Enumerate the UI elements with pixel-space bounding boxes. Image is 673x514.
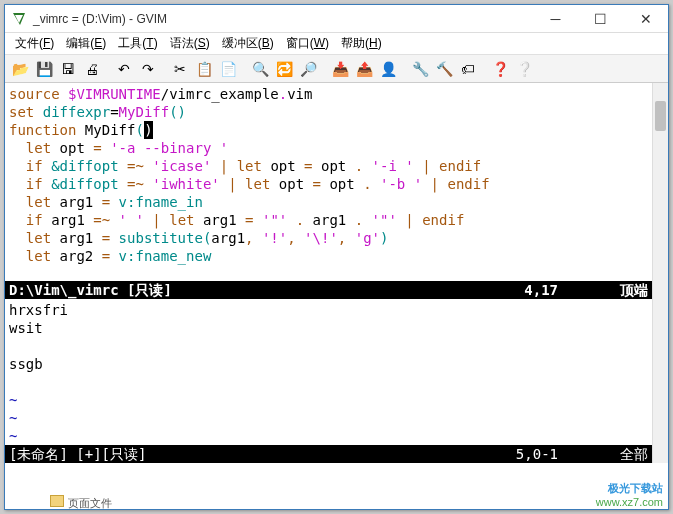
scrollbar[interactable] bbox=[652, 83, 668, 463]
saveall-icon[interactable]: 🖫 bbox=[57, 58, 79, 80]
tags-icon[interactable]: 🏷 bbox=[457, 58, 479, 80]
findnext-icon[interactable]: 🔎 bbox=[297, 58, 319, 80]
findhelp-icon[interactable]: ❔ bbox=[513, 58, 535, 80]
code-pane[interactable]: source $VIMRUNTIME/vimrc_example.vimset … bbox=[5, 83, 652, 281]
toolbar: 📂💾🖫🖨↶↷✂📋📄🔍🔁🔎📥📤👤🔧🔨🏷❓❔ bbox=[5, 55, 668, 83]
maximize-button[interactable]: ☐ bbox=[578, 5, 623, 33]
help-icon[interactable]: ❓ bbox=[489, 58, 511, 80]
shell-icon[interactable]: 🔧 bbox=[409, 58, 431, 80]
menu-w[interactable]: 窗口(W) bbox=[280, 33, 335, 54]
scrollbar-thumb[interactable] bbox=[655, 101, 666, 131]
menubar: 文件(F)编辑(E)工具(T)语法(S)缓冲区(B)窗口(W)帮助(H) bbox=[5, 33, 668, 55]
session-icon[interactable]: 📤 bbox=[353, 58, 375, 80]
watermark: 极光下载站 www.xz7.com bbox=[596, 481, 663, 508]
undo-icon[interactable]: ↶ bbox=[113, 58, 135, 80]
status-file: [未命名] [+][只读] bbox=[9, 445, 478, 463]
status-percent: 全部 bbox=[598, 445, 648, 463]
redo-icon[interactable]: ↷ bbox=[137, 58, 159, 80]
menu-h[interactable]: 帮助(H) bbox=[335, 33, 388, 54]
status-bar-bottom: [未命名] [+][只读] 5,0-1 全部 bbox=[5, 445, 652, 463]
titlebar[interactable]: _vimrc = (D:\Vim) - GVIM ─ ☐ ✕ bbox=[5, 5, 668, 33]
watermark-line2: www.xz7.com bbox=[596, 496, 663, 508]
menu-s[interactable]: 语法(S) bbox=[164, 33, 216, 54]
status-position: 5,0-1 bbox=[478, 445, 598, 463]
status-position: 4,17 bbox=[478, 281, 598, 299]
find-icon[interactable]: 🔍 bbox=[249, 58, 271, 80]
editor-area: source $VIMRUNTIME/vimrc_example.vimset … bbox=[5, 83, 668, 463]
text-pane[interactable]: hrxsfriwsit ssgb ~~~~~ bbox=[5, 299, 652, 445]
copy-icon[interactable]: 📋 bbox=[193, 58, 215, 80]
window-title: _vimrc = (D:\Vim) - GVIM bbox=[33, 12, 533, 26]
menu-f[interactable]: 文件(F) bbox=[9, 33, 60, 54]
gvim-window: _vimrc = (D:\Vim) - GVIM ─ ☐ ✕ 文件(F)编辑(E… bbox=[4, 4, 669, 510]
minimize-button[interactable]: ─ bbox=[533, 5, 578, 33]
status-percent: 顶端 bbox=[598, 281, 648, 299]
cut-icon[interactable]: ✂ bbox=[169, 58, 191, 80]
menu-e[interactable]: 编辑(E) bbox=[60, 33, 112, 54]
save-icon[interactable]: 💾 bbox=[33, 58, 55, 80]
window-buttons: ─ ☐ ✕ bbox=[533, 5, 668, 33]
app-icon bbox=[11, 11, 27, 27]
paste-icon[interactable]: 📄 bbox=[217, 58, 239, 80]
status-bar-top: D:\Vim\_vimrc [只读] 4,17 顶端 bbox=[5, 281, 652, 299]
status-file: D:\Vim\_vimrc [只读] bbox=[9, 281, 478, 299]
taskbar-fragment: 页面文件 bbox=[50, 495, 112, 511]
watermark-line1: 极光下载站 bbox=[608, 481, 663, 496]
load-icon[interactable]: 📥 bbox=[329, 58, 351, 80]
make-icon[interactable]: 🔨 bbox=[433, 58, 455, 80]
open-icon[interactable]: 📂 bbox=[9, 58, 31, 80]
menu-b[interactable]: 缓冲区(B) bbox=[216, 33, 280, 54]
folder-item[interactable]: 页面文件 bbox=[50, 495, 112, 511]
replace-icon[interactable]: 🔁 bbox=[273, 58, 295, 80]
folder-icon bbox=[50, 495, 64, 507]
menu-t[interactable]: 工具(T) bbox=[112, 33, 163, 54]
print-icon[interactable]: 🖨 bbox=[81, 58, 103, 80]
run-icon[interactable]: 👤 bbox=[377, 58, 399, 80]
close-button[interactable]: ✕ bbox=[623, 5, 668, 33]
